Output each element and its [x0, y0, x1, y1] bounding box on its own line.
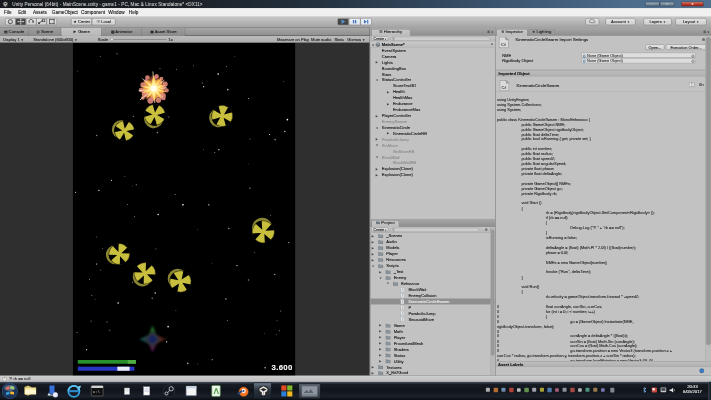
svg-text:#: #	[401, 306, 403, 310]
svg-text:#: #	[401, 300, 403, 304]
svg-text:#: #	[401, 288, 403, 292]
svg-text:C#: C#	[501, 42, 507, 47]
svg-text:#: #	[401, 294, 403, 298]
svg-text:#: #	[401, 318, 403, 322]
svg-text:C:\: C:\	[93, 390, 101, 394]
svg-text:#: #	[401, 312, 403, 316]
